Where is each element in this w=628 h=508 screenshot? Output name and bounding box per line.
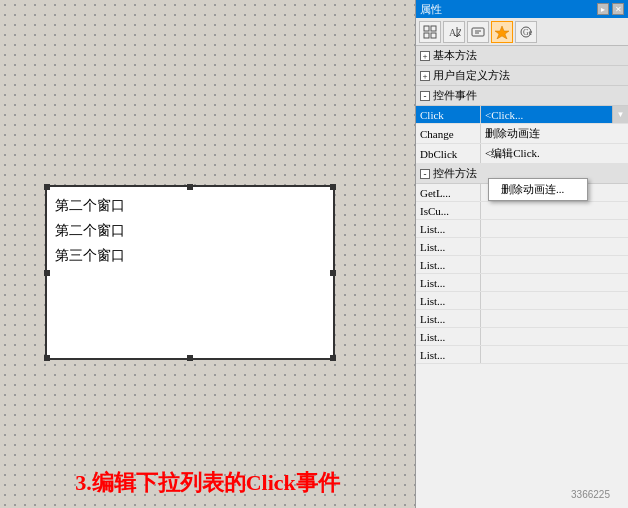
svg-rect-1	[431, 26, 436, 31]
event-value-click[interactable]: <Click... ▼	[481, 106, 628, 123]
method-row-1[interactable]: IsCu...	[416, 202, 628, 220]
method-value-8	[481, 328, 628, 345]
method-value-7	[481, 310, 628, 327]
properties-panel: 属性 ▸ ✕ AZ	[415, 0, 628, 508]
method-name-6: List...	[416, 292, 481, 309]
expand-icon-methods: -	[420, 169, 430, 179]
context-menu: 删除动画连...	[488, 178, 588, 201]
svg-rect-6	[472, 28, 484, 36]
event-name-dbclick: DbClick	[416, 144, 481, 163]
method-button[interactable]	[467, 21, 489, 43]
method-row-7[interactable]: List...	[416, 310, 628, 328]
method-name-0: GetL...	[416, 184, 481, 201]
event-button[interactable]	[491, 21, 513, 43]
resize-handle-tm[interactable]	[187, 184, 193, 190]
close-button[interactable]: ✕	[612, 3, 624, 15]
event-name-click: Click	[416, 106, 481, 123]
expand-icon-custom: +	[420, 71, 430, 81]
event-row-click[interactable]: Click <Click... ▼	[416, 106, 628, 124]
svg-text:AZ: AZ	[449, 27, 461, 38]
panel-title-buttons: ▸ ✕	[597, 3, 624, 15]
event-value-dbclick[interactable]: <编辑Click.	[481, 144, 628, 163]
svg-marker-9	[495, 26, 509, 39]
method-row-5[interactable]: List...	[416, 274, 628, 292]
svg-rect-0	[424, 26, 429, 31]
panel-toolbar: AZ Ge	[416, 18, 628, 46]
canvas-area: 第二个窗口 第二个窗口 第三个窗口 3.编辑下拉列表的Click事件	[0, 0, 415, 508]
listbox-widget[interactable]: 第二个窗口 第二个窗口 第三个窗口	[45, 185, 335, 360]
method-value-9	[481, 346, 628, 363]
section-basic-methods[interactable]: + 基本方法	[416, 46, 628, 66]
method-row-8[interactable]: List...	[416, 328, 628, 346]
svg-rect-3	[431, 33, 436, 38]
grid-view-button[interactable]	[419, 21, 441, 43]
section-custom-methods[interactable]: + 用户自定义方法	[416, 66, 628, 86]
expand-icon-basic: +	[420, 51, 430, 61]
section-label-basic: 基本方法	[433, 48, 477, 63]
section-control-events[interactable]: - 控件事件	[416, 86, 628, 106]
method-name-8: List...	[416, 328, 481, 345]
method-row-9[interactable]: List...	[416, 346, 628, 364]
panel-title: 属性	[420, 2, 442, 17]
method-row-4[interactable]: List...	[416, 256, 628, 274]
event-icon	[495, 25, 509, 39]
resize-handle-tl[interactable]	[44, 184, 50, 190]
method-value-5	[481, 274, 628, 291]
method-name-9: List...	[416, 346, 481, 363]
context-menu-delete[interactable]: 删除动画连...	[489, 179, 587, 200]
method-row-2[interactable]: List...	[416, 220, 628, 238]
listbox-content: 第二个窗口 第二个窗口 第三个窗口	[47, 187, 333, 275]
resize-handle-tr[interactable]	[330, 184, 336, 190]
section-label-events: 控件事件	[433, 88, 477, 103]
list-item: 第二个窗口	[55, 193, 325, 218]
section-label-methods: 控件方法	[433, 166, 477, 181]
method-row-3[interactable]: List...	[416, 238, 628, 256]
caption-text: 3.编辑下拉列表的Click事件	[0, 468, 415, 498]
method-row-6[interactable]: List...	[416, 292, 628, 310]
watermark: 3366225	[571, 489, 610, 500]
resize-handle-mr[interactable]	[330, 270, 336, 276]
method-name-5: List...	[416, 274, 481, 291]
svg-text:Ge: Ge	[523, 28, 533, 37]
list-item: 第二个窗口	[55, 218, 325, 243]
svg-rect-2	[424, 33, 429, 38]
method-name-4: List...	[416, 256, 481, 273]
method-name-2: List...	[416, 220, 481, 237]
pin-button[interactable]: ▸	[597, 3, 609, 15]
method-name-7: List...	[416, 310, 481, 327]
event-dropdown-click[interactable]: ▼	[612, 106, 628, 123]
method-value-3	[481, 238, 628, 255]
method-name-3: List...	[416, 238, 481, 255]
event-value-text-dbclick: <编辑Click.	[485, 146, 540, 161]
event-row-change[interactable]: Change 删除动画连	[416, 124, 628, 144]
method-value-4	[481, 256, 628, 273]
expand-icon-events: -	[420, 91, 430, 101]
prop-tree: + 基本方法 + 用户自定义方法 - 控件事件 Click <Click... …	[416, 46, 628, 508]
resize-handle-bm[interactable]	[187, 355, 193, 361]
sort-button[interactable]: AZ	[443, 21, 465, 43]
list-item: 第三个窗口	[55, 243, 325, 268]
event-value-change[interactable]: 删除动画连	[481, 124, 628, 143]
resize-handle-ml[interactable]	[44, 270, 50, 276]
event-name-change: Change	[416, 124, 481, 143]
grid-icon	[423, 25, 437, 39]
method-icon	[471, 25, 485, 39]
resize-handle-bl[interactable]	[44, 355, 50, 361]
custom-icon: Ge	[519, 25, 533, 39]
event-value-text-click: <Click...	[485, 109, 523, 121]
method-value-6	[481, 292, 628, 309]
resize-handle-br[interactable]	[330, 355, 336, 361]
method-value-2	[481, 220, 628, 237]
event-value-text-change: 删除动画连	[485, 126, 540, 141]
section-label-custom: 用户自定义方法	[433, 68, 510, 83]
method-name-1: IsCu...	[416, 202, 481, 219]
panel-titlebar: 属性 ▸ ✕	[416, 0, 628, 18]
custom-button[interactable]: Ge	[515, 21, 537, 43]
sort-icon: AZ	[447, 25, 461, 39]
event-row-dbclick[interactable]: DbClick <编辑Click.	[416, 144, 628, 164]
method-value-1	[481, 202, 628, 219]
